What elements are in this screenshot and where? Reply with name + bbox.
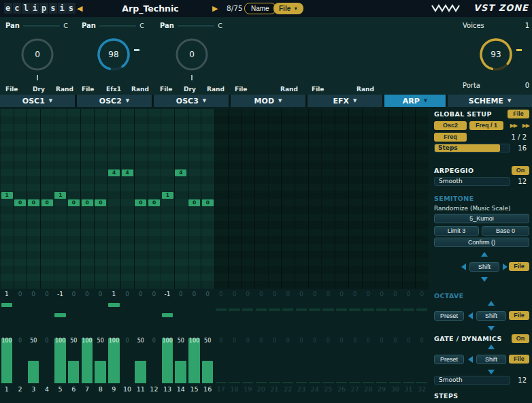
- osc1-dry-link[interactable]: Dry: [33, 86, 45, 93]
- limit-button[interactable]: Limit 3: [434, 226, 479, 236]
- gate-step-value[interactable]: 100: [80, 338, 94, 344]
- gate-step-value[interactable]: 50: [201, 338, 214, 344]
- shift-down-arrow[interactable]: [481, 277, 488, 282]
- osc1-rand-link[interactable]: Rand: [56, 86, 73, 93]
- gate-step-value[interactable]: 50: [27, 338, 40, 344]
- mod-rand-link[interactable]: Rand: [280, 86, 298, 93]
- octave-step-value[interactable]: 0: [67, 291, 80, 297]
- osc2-rand-link[interactable]: Rand: [131, 86, 149, 93]
- octave-step-value[interactable]: 0: [335, 291, 348, 297]
- global-target-button[interactable]: Osc2: [434, 121, 467, 130]
- gate-bar[interactable]: [28, 361, 39, 383]
- semitone-cell[interactable]: 0: [148, 199, 160, 206]
- gate-preset-button[interactable]: Preset: [434, 355, 464, 364]
- gate-smooth-slider[interactable]: Smooth: [434, 376, 510, 385]
- gate-step-value[interactable]: 0: [335, 338, 348, 344]
- semitone-cell[interactable]: 1: [1, 192, 13, 199]
- gate-step-value[interactable]: 50: [94, 338, 107, 344]
- octave-step-value[interactable]: 0: [188, 291, 201, 297]
- octave-step-value[interactable]: 0: [254, 291, 268, 297]
- octave-step-value[interactable]: 0: [388, 291, 402, 297]
- octave-step-value[interactable]: 0: [295, 291, 308, 297]
- gate-step-value[interactable]: 0: [308, 338, 322, 344]
- name-button[interactable]: Name: [244, 3, 276, 14]
- gate-step-value[interactable]: 50: [174, 338, 188, 344]
- shift-down-arrow[interactable]: [488, 326, 495, 331]
- arpeggio-smooth-slider[interactable]: Smooth: [434, 177, 510, 186]
- shift-down-arrow[interactable]: [488, 370, 495, 374]
- file-menu-button[interactable]: File ▼: [273, 3, 303, 14]
- osc1-file-link[interactable]: File: [5, 86, 18, 93]
- efx-file-link[interactable]: File: [312, 86, 324, 93]
- fast-forward-icon[interactable]: ▶▶: [510, 123, 517, 129]
- gate-file-button[interactable]: File: [509, 355, 529, 364]
- shift-left-arrow[interactable]: [468, 356, 473, 363]
- semitone-cell[interactable]: 0: [135, 199, 146, 206]
- octave-step-value[interactable]: 1: [0, 291, 14, 297]
- semitone-cell[interactable]: 0: [68, 199, 80, 206]
- scale-select-button[interactable]: 5_Kumoi: [434, 214, 529, 223]
- gate-on-button[interactable]: On: [512, 334, 529, 343]
- semitone-cell[interactable]: 1: [162, 192, 173, 199]
- octave-bar[interactable]: [1, 303, 13, 307]
- gate-step-value[interactable]: 100: [188, 338, 201, 344]
- octave-step-value[interactable]: 0: [27, 291, 40, 297]
- pan-mini-slider[interactable]: [99, 25, 136, 27]
- octave-bar-row[interactable]: [0, 302, 429, 319]
- octave-bar[interactable]: [54, 313, 66, 317]
- octave-step-value[interactable]: 0: [148, 291, 161, 297]
- gate-step-value[interactable]: 0: [148, 338, 161, 344]
- steps-slider[interactable]: Steps: [434, 144, 510, 152]
- gate-step-value[interactable]: 0: [375, 338, 388, 344]
- octave-step-value[interactable]: 0: [362, 291, 376, 297]
- gate-step-value[interactable]: 0: [254, 338, 268, 344]
- osc2-efx1-link[interactable]: Efx1: [106, 86, 121, 93]
- octave-step-value[interactable]: 0: [415, 291, 429, 297]
- semitone-cell[interactable]: 4: [175, 170, 186, 176]
- osc3-dry-link[interactable]: Dry: [184, 86, 196, 93]
- octave-file-button[interactable]: File: [509, 311, 529, 320]
- gate-step-value[interactable]: 50: [67, 338, 80, 344]
- osc3-pan-knob[interactable]: 0: [174, 37, 210, 72]
- confirm-button[interactable]: Confirm (): [434, 238, 529, 247]
- gate-bar[interactable]: [68, 361, 80, 383]
- gate-step-value[interactable]: 50: [134, 338, 148, 344]
- octave-step-value[interactable]: 0: [214, 291, 228, 297]
- tab-mod[interactable]: MOD▼: [231, 95, 305, 107]
- gate-bar[interactable]: [202, 361, 214, 383]
- osc3-file-link[interactable]: File: [160, 86, 172, 93]
- octave-step-value[interactable]: 0: [40, 291, 54, 297]
- gate-step-value[interactable]: 100: [0, 338, 14, 344]
- gate-step-value[interactable]: 0: [402, 338, 416, 344]
- semitone-cell[interactable]: 4: [122, 170, 133, 176]
- fast-forward-icon[interactable]: ▶▶: [522, 123, 529, 129]
- semitone-cell[interactable]: 4: [108, 170, 120, 176]
- octave-preset-button[interactable]: Preset: [434, 311, 464, 321]
- tab-osc1[interactable]: OSC1▼: [0, 95, 75, 107]
- gate-step-value[interactable]: 0: [415, 338, 429, 344]
- gate-step-value[interactable]: 0: [362, 338, 376, 344]
- semitone-cell[interactable]: 0: [95, 199, 106, 206]
- octave-step-value[interactable]: 0: [402, 291, 416, 297]
- octave-step-value[interactable]: 0: [228, 291, 242, 297]
- octave-step-value[interactable]: 0: [120, 291, 134, 297]
- tab-osc2[interactable]: OSC2▼: [77, 95, 152, 107]
- octave-step-value[interactable]: 0: [281, 291, 295, 297]
- gate-step-value[interactable]: 100: [161, 338, 174, 344]
- octave-bar[interactable]: [162, 313, 173, 317]
- octave-step-value[interactable]: -1: [161, 291, 174, 297]
- gate-step-value[interactable]: 0: [322, 338, 335, 344]
- octave-step-value[interactable]: 0: [308, 291, 322, 297]
- shift-up-arrow[interactable]: [488, 344, 495, 349]
- tab-osc3[interactable]: OSC3▼: [154, 95, 229, 107]
- pan-mini-slider[interactable]: [178, 25, 214, 27]
- osc1-pan-knob[interactable]: 0: [20, 37, 55, 72]
- octave-step-value[interactable]: 0: [14, 291, 27, 297]
- patch-name[interactable]: Arp_Technic: [92, 3, 209, 14]
- next-patch-button[interactable]: ▶: [212, 4, 218, 13]
- voices-count[interactable]: 1: [525, 22, 529, 29]
- gate-step-value[interactable]: 0: [281, 338, 295, 344]
- tab-scheme[interactable]: SCHEME▼: [448, 95, 532, 107]
- osc2-pan-knob[interactable]: 98: [96, 37, 131, 72]
- gate-step-value[interactable]: 0: [214, 338, 228, 344]
